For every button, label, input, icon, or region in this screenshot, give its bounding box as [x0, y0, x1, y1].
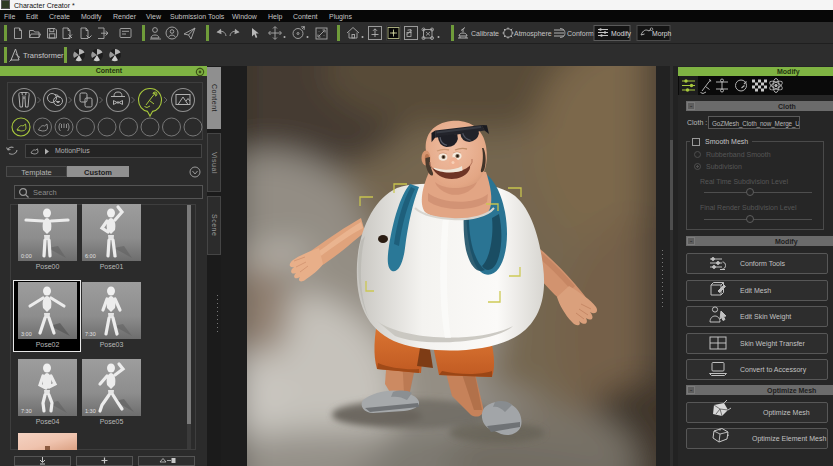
svg-text:1:30: 1:30: [85, 408, 96, 414]
svg-text:6:00: 6:00: [85, 253, 96, 259]
svg-text:3:00: 3:00: [21, 331, 32, 337]
svg-text:0:00: 0:00: [21, 253, 32, 259]
svg-text:Calibrate: Calibrate: [471, 30, 499, 37]
svg-text:Conform: Conform: [567, 30, 594, 37]
svg-text:7:30: 7:30: [85, 331, 96, 337]
svg-text:Morph: Morph: [652, 30, 671, 38]
svg-text:7:30: 7:30: [21, 408, 32, 414]
svg-text:Modify: Modify: [611, 30, 632, 38]
svg-text:Atmosphere: Atmosphere: [514, 30, 552, 38]
